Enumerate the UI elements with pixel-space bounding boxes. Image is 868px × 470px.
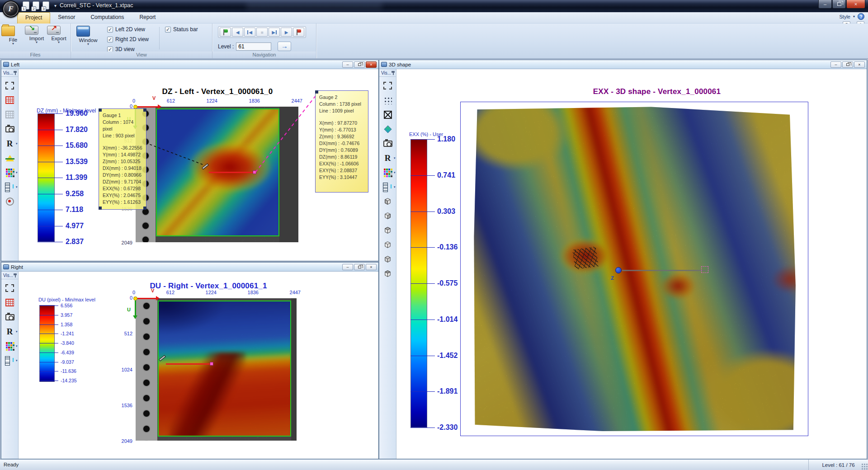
- tab-project[interactable]: Project: [17, 12, 50, 24]
- previous-button[interactable]: ◀: [232, 28, 243, 37]
- file-dropdown-icon[interactable]: ▾: [1, 42, 25, 45]
- rotation-tool-icon[interactable]: R▾: [3, 325, 17, 338]
- rotation-tool-icon[interactable]: R▾: [3, 137, 17, 150]
- measure-tool-icon[interactable]: ▾: [3, 354, 17, 367]
- gauge1-tooltip[interactable]: Gauge 1 Column : 1074 pixelLine : 903 pi…: [99, 108, 146, 210]
- view-cube-right-icon[interactable]: [381, 239, 395, 251]
- palette-tool-icon[interactable]: ▾: [381, 166, 395, 179]
- go-level-button[interactable]: →: [278, 42, 291, 51]
- gauge-pink-handle[interactable]: [253, 170, 256, 174]
- export-dropdown-icon[interactable]: ▾: [47, 41, 71, 43]
- file-button[interactable]: File ▾: [1, 25, 25, 45]
- style-dropdown-icon[interactable]: ▾: [853, 14, 855, 19]
- view-cube-back-icon[interactable]: [381, 210, 395, 222]
- import-button[interactable]: ↘ Import ▾: [25, 25, 48, 43]
- gauge-pink-dashed-handle[interactable]: [701, 266, 708, 273]
- level-tool-icon[interactable]: [3, 152, 17, 164]
- right-specimen-image[interactable]: [136, 298, 297, 441]
- points-cloud-icon[interactable]: [381, 94, 395, 106]
- window-button[interactable]: Window ▾: [76, 25, 100, 45]
- resize-grip[interactable]: [861, 463, 868, 470]
- snapshot-camera-icon[interactable]: [3, 123, 17, 135]
- export-drive-icon: ↗: [47, 26, 61, 35]
- measure-tool-icon[interactable]: ▾: [381, 181, 395, 193]
- grid-values-icon[interactable]: [3, 296, 17, 309]
- panel-minimize-button[interactable]: –: [342, 264, 353, 270]
- grid-icon[interactable]: [3, 108, 17, 121]
- left-specimen-image[interactable]: [136, 107, 298, 242]
- snapshot-camera-icon[interactable]: [381, 137, 395, 150]
- stop-button[interactable]: ■: [256, 28, 268, 37]
- quick-access-doc-3-icon[interactable]: 3: [42, 1, 49, 9]
- right-panel-header[interactable]: Right – ×: [1, 263, 378, 272]
- selection-tool-icon[interactable]: [3, 80, 17, 92]
- right-chart-area[interactable]: DU - Right - Vertex_1_000061_1 DU (pixel…: [19, 272, 378, 459]
- shape3d-panel-header[interactable]: 3D shape – ×: [379, 60, 867, 69]
- view-cube-front-icon[interactable]: [381, 195, 395, 207]
- gauge-value-line: DZ(mm) : 9.71704: [103, 179, 143, 185]
- export-button[interactable]: ↗ Export ▾: [47, 25, 71, 43]
- quick-access-doc-2-icon[interactable]: 2: [33, 1, 39, 9]
- last-button[interactable]: ▶: [269, 28, 280, 37]
- view-cube-left-icon[interactable]: [381, 224, 395, 236]
- panel-close-button[interactable]: ×: [366, 61, 377, 68]
- palette-tool-icon[interactable]: ▾: [3, 166, 17, 179]
- close-button[interactable]: ×: [846, 0, 865, 9]
- first-button[interactable]: ◀: [244, 28, 255, 37]
- virtual-gauge-line[interactable]: [166, 363, 211, 365]
- rotation-tool-icon[interactable]: R▾: [381, 152, 395, 164]
- panel-close-button[interactable]: ×: [366, 264, 377, 270]
- checkbox-right-2d-view[interactable]: ✓ Right 2D view: [107, 36, 149, 42]
- virtual-gauge-line[interactable]: [209, 172, 255, 173]
- panel-restore-button[interactable]: [354, 61, 365, 68]
- pin-icon[interactable]: [392, 70, 395, 75]
- checkbox-left-2d-view[interactable]: ✓ Left 2D view: [107, 26, 145, 33]
- import-dropdown-icon[interactable]: ▾: [25, 41, 48, 43]
- titlebar-ghost-smudge: [246, 2, 382, 9]
- shape3d-view-area[interactable]: EXX - 3D shape - Vertex_1_000061 EXX (%)…: [396, 69, 867, 459]
- target-tool-icon[interactable]: [3, 195, 17, 207]
- panel-window-icon: [381, 62, 387, 67]
- panel-restore-button[interactable]: [354, 264, 365, 270]
- panel-restore-button[interactable]: [842, 61, 853, 68]
- view-cube-top-icon[interactable]: [381, 253, 395, 265]
- view-cube-iso-icon[interactable]: [381, 268, 395, 280]
- pin-icon[interactable]: [14, 70, 17, 75]
- start-flag-button[interactable]: [220, 28, 231, 37]
- level-input[interactable]: [236, 42, 271, 51]
- title-bar[interactable]: F 1 2 3 ▾ Correli_STC - Vertex_1.xtpac –…: [0, 0, 868, 12]
- minimize-button[interactable]: –: [818, 0, 832, 9]
- checkbox-status-bar[interactable]: ✓ Status bar: [165, 26, 198, 33]
- play-button[interactable]: ▶: [281, 28, 292, 37]
- left-chart-area[interactable]: DZ - Left - Vertex_1_000061_0 DZ (mm) - …: [19, 69, 378, 261]
- end-flag-button[interactable]: [293, 28, 304, 37]
- palette-tool-icon[interactable]: ▾: [3, 340, 17, 352]
- panel-minimize-button[interactable]: –: [342, 61, 353, 68]
- shape3d-surface[interactable]: [473, 106, 797, 432]
- window-dropdown-icon[interactable]: ▾: [76, 43, 100, 45]
- tab-sensor[interactable]: Sensor: [50, 12, 83, 24]
- tab-report[interactable]: Report: [132, 12, 163, 24]
- surface-icon[interactable]: [381, 123, 395, 135]
- help-icon[interactable]: ?: [858, 13, 864, 20]
- pin-icon[interactable]: [14, 273, 17, 277]
- mesh-icon[interactable]: [381, 108, 395, 121]
- panel-minimize-button[interactable]: –: [830, 61, 841, 68]
- style-menu[interactable]: Style: [840, 14, 850, 19]
- restore-button[interactable]: [832, 0, 846, 9]
- snapshot-camera-icon[interactable]: [3, 311, 17, 323]
- qat-dropdown-icon[interactable]: ▾: [54, 3, 57, 8]
- panel-close-button[interactable]: ×: [854, 61, 865, 68]
- grid-values-icon[interactable]: [3, 94, 17, 106]
- quick-access-doc-1-icon[interactable]: 1: [23, 1, 29, 9]
- gauge-pink-handle[interactable]: [210, 362, 213, 366]
- left-panel-header[interactable]: Left – ×: [1, 60, 378, 69]
- selection-tool-icon[interactable]: [381, 80, 395, 92]
- gauge-point-marker[interactable]: [615, 267, 622, 273]
- selection-tool-icon[interactable]: [3, 282, 17, 294]
- gauge2-tooltip[interactable]: Gauge 2 Column : 1738 pixelLine : 1009 p…: [315, 90, 368, 193]
- app-orb-icon[interactable]: F: [2, 0, 19, 18]
- measure-tool-icon[interactable]: ▾: [3, 181, 17, 193]
- gauge-value-line: Line : 1009 pixel: [319, 108, 365, 114]
- tab-computations[interactable]: Computations: [83, 12, 132, 24]
